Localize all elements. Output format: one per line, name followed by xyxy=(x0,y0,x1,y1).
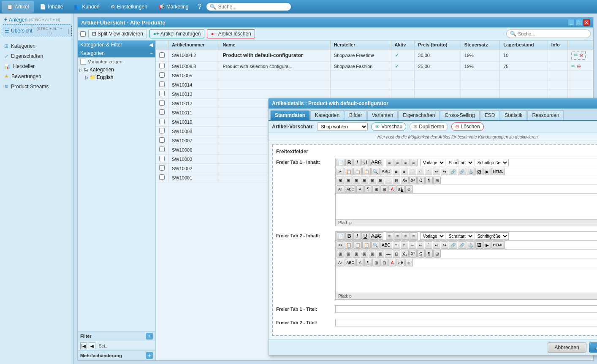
tab2-editor-area[interactable] xyxy=(336,267,597,293)
t2-cut-btn[interactable]: ✂ xyxy=(336,241,344,249)
t2-tb4-4[interactable]: ¶ xyxy=(364,259,372,266)
t2-undo-btn[interactable]: ↩ xyxy=(433,241,440,249)
filter-add-button[interactable]: + xyxy=(146,333,153,340)
t2-tb4-1[interactable]: A↑ xyxy=(336,259,345,266)
t2-outdent-btn[interactable]: ← xyxy=(417,241,424,249)
tb4-3[interactable]: A xyxy=(356,185,364,193)
sidebar-item-product-streams[interactable]: ≋ Product Streams xyxy=(0,81,73,92)
html-btn[interactable]: HTML xyxy=(491,168,505,175)
tb3-4[interactable]: ⊞ xyxy=(361,177,368,184)
align-left-btn[interactable]: ≡ xyxy=(386,159,393,166)
vorschau-button[interactable]: 👁 Vorschau xyxy=(371,122,406,131)
search-editor-btn[interactable]: 🔍 xyxy=(371,168,380,175)
anlegen-button[interactable]: + Anlegen (STRG + ALT + N) xyxy=(2,15,72,24)
t2-search-btn[interactable]: 🔍 xyxy=(371,241,380,249)
global-search-input[interactable] xyxy=(218,4,285,10)
varianten-zeigen-row[interactable]: Varianten zeigen xyxy=(78,57,155,66)
t2-link-btn[interactable]: 🔗 xyxy=(449,241,457,249)
t2-tb3-5[interactable]: ⊞ xyxy=(369,250,376,258)
t2-copy-btn[interactable]: 📋 xyxy=(345,241,353,249)
italic-btn[interactable]: I xyxy=(353,159,361,166)
doc-icon-btn[interactable]: 📄 xyxy=(336,159,345,166)
restore-button[interactable]: □ xyxy=(575,19,582,26)
tab-esd[interactable]: ESD xyxy=(480,110,500,120)
table-btn[interactable]: ⊞ xyxy=(336,177,344,184)
font-color-btn[interactable]: A xyxy=(388,185,396,193)
tb3-8[interactable]: ⊟ xyxy=(393,177,400,184)
align-center-btn[interactable]: ≡ xyxy=(394,159,402,166)
duplizieren-button[interactable]: ⊕ Duplizieren xyxy=(410,122,448,131)
list-ol-btn[interactable]: ≡ xyxy=(401,168,408,175)
t2-blockquote-btn[interactable]: " xyxy=(425,241,432,249)
tab1-editor-area[interactable] xyxy=(336,194,597,219)
tab-cross-selling[interactable]: Cross-Selling xyxy=(440,110,479,120)
tb3-5[interactable]: ⊞ xyxy=(369,177,376,184)
speichern-button[interactable]: Artikel speichern xyxy=(589,342,597,353)
para-btn[interactable]: ¶ xyxy=(425,177,433,184)
collapse-icon[interactable]: ◀ xyxy=(149,42,153,48)
t2-unlink-btn[interactable]: 🔗 xyxy=(458,241,466,249)
select-all-checkbox[interactable] xyxy=(80,31,86,37)
t2-superscript-btn[interactable]: X² xyxy=(409,250,417,258)
tb3-2[interactable]: ⊞ xyxy=(345,177,352,184)
spell-btn[interactable]: ABC xyxy=(380,168,392,175)
close-button[interactable]: ✕ xyxy=(583,19,590,26)
t2-align-justify-btn[interactable]: ≡ xyxy=(410,232,418,240)
row-checkbox-1[interactable] xyxy=(156,49,168,62)
superscript-btn[interactable]: X² xyxy=(409,177,417,184)
nav-item-artikel[interactable]: 📋 Artikel xyxy=(2,1,34,13)
tb4-6[interactable]: ⊟ xyxy=(380,185,388,193)
sidebar-item-eigenschaften[interactable]: ⤢ Eigenschaften xyxy=(0,51,73,61)
tb4-1[interactable]: A↑ xyxy=(336,185,345,193)
t2-schriftart-select[interactable]: Schriftart xyxy=(446,232,474,240)
tab-kategorien[interactable]: Kategorien xyxy=(310,110,344,120)
tab-ressourcen[interactable]: Ressourcen xyxy=(527,110,564,120)
t2-highlight-btn[interactable]: ab̲ xyxy=(396,259,405,266)
omega-btn[interactable]: Ω xyxy=(417,177,425,184)
edit-icon-2[interactable]: ✏ xyxy=(571,63,575,69)
delete-icon-2[interactable]: ⊖ xyxy=(577,63,581,69)
kategorien-tree-child[interactable]: ▷ 📁 English xyxy=(78,73,155,81)
schriftart-select[interactable]: Schriftart xyxy=(446,159,474,166)
tab2-titel-input[interactable] xyxy=(335,319,597,326)
abbrechen-button[interactable]: Abbrechen xyxy=(548,342,586,353)
article-search-input[interactable] xyxy=(518,31,586,36)
t2-anchor-btn[interactable]: ⚓ xyxy=(467,241,475,249)
emotion-btn[interactable]: ☺ xyxy=(405,185,413,193)
tb4-5[interactable]: ⊞ xyxy=(372,185,380,193)
t2-spell-btn[interactable]: ABC xyxy=(380,241,392,249)
image-btn[interactable]: 🖼 xyxy=(475,168,483,175)
t2-tb3-2[interactable]: ⊞ xyxy=(345,250,352,258)
t2-media-btn[interactable]: ▶ xyxy=(483,241,491,249)
t2-paste-btn[interactable]: 📋 xyxy=(353,241,362,249)
row-checkbox-2[interactable] xyxy=(156,62,168,71)
nav-item-inhalte[interactable]: 📄 Inhalte xyxy=(35,1,68,13)
schriftgrosse-select[interactable]: Schriftgröße xyxy=(475,159,509,166)
delete-icon-1[interactable]: ⊖ xyxy=(579,52,583,58)
t2-schriftgrosse-select[interactable]: Schriftgröße xyxy=(475,232,509,240)
add-article-button[interactable]: ●+ Artikel hinzufügen xyxy=(149,29,205,38)
t2-tb4-6[interactable]: ⊟ xyxy=(380,259,388,266)
t2-indent-btn[interactable]: → xyxy=(409,241,416,249)
t2-align-center-btn[interactable]: ≡ xyxy=(394,232,402,240)
t2-font-color-btn[interactable]: A xyxy=(388,259,396,266)
t2-tb4-5[interactable]: ⊞ xyxy=(372,259,380,266)
tab1-titel-input[interactable] xyxy=(335,305,597,313)
t2-italic-btn[interactable]: I xyxy=(353,232,361,240)
minimize-button[interactable]: _ xyxy=(568,19,575,26)
vorlage-select[interactable]: Vorlage xyxy=(420,159,445,166)
blockquote-btn[interactable]: " xyxy=(425,168,432,175)
t2-bold-btn[interactable]: B xyxy=(345,232,353,240)
kategorien-tree-root[interactable]: ▷ 🗂 Kategorien xyxy=(78,66,155,73)
mehrfach-add-button[interactable]: + xyxy=(146,352,153,359)
prev-page-btn[interactable]: ◀ xyxy=(89,342,95,349)
t2-hr-btn[interactable]: — xyxy=(385,250,392,258)
nav-item-marketing[interactable]: 📢 Marketing xyxy=(153,1,194,13)
sidebar-item-hersteller[interactable]: 📊 Hersteller xyxy=(0,61,73,71)
nav-item-kunden[interactable]: 👥 Kunden xyxy=(69,1,104,13)
t2-tb3-4[interactable]: ⊞ xyxy=(361,250,368,258)
nav-item-einstellungen[interactable]: ⚙ Einstellungen xyxy=(106,1,152,13)
edit-icon-1[interactable]: ✏ xyxy=(574,52,578,58)
strikethrough-btn[interactable]: ABC xyxy=(369,159,383,166)
t2-align-right-btn[interactable]: ≡ xyxy=(402,232,410,240)
